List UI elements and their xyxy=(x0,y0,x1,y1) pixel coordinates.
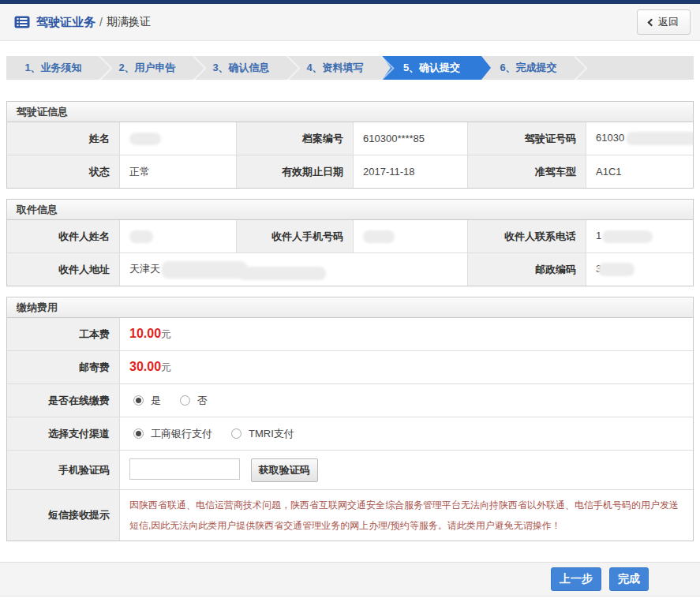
step-1: 1、业务须知 xyxy=(6,56,100,80)
form-list-icon xyxy=(14,16,30,28)
table-row: 收件人姓名 收件人手机号码 收件人联系电话 1 xyxy=(7,220,693,253)
table-row: 收件人地址 天津天 邮政编码 3 xyxy=(7,253,693,286)
chevron-left-icon xyxy=(648,18,656,26)
step-4: 4、资料填写 xyxy=(288,56,382,80)
online-payment-value: 是 否 xyxy=(120,384,694,417)
step-wizard: 1、业务须知 2、用户申告 3、确认信息 4、资料填写 5、确认提交 6、完成提… xyxy=(6,56,694,80)
vehicle-class-label: 准驾车型 xyxy=(468,155,586,189)
online-payment-label: 是否在线缴费 xyxy=(7,384,120,417)
section-license-info: 驾驶证信息 姓名 档案编号 610300****85 驾驶证号码 61030 状… xyxy=(6,101,694,189)
table-row: 是否在线缴费 是 否 xyxy=(7,384,693,417)
recipient-phone-label: 收件人联系电话 xyxy=(468,220,586,253)
channel-value: 工商银行支付 TMRI支付 xyxy=(120,417,694,451)
get-code-button[interactable]: 获取验证码 xyxy=(251,458,318,482)
redacted-recipient-address xyxy=(162,261,247,279)
recipient-address-label: 收件人地址 xyxy=(7,253,120,286)
step-5-active: 5、确认提交 xyxy=(382,56,481,80)
vehicle-class-value: A1C1 xyxy=(586,155,694,189)
status-value: 正常 xyxy=(120,155,237,189)
redacted-name xyxy=(129,133,161,145)
section-payment: 缴纳费用 工本费 10.00元 邮寄费 30.00元 是否在线缴费 是 否 选择… xyxy=(6,297,694,541)
section-title-pickup: 取件信息 xyxy=(7,200,693,220)
page-title: 驾驶证业务 xyxy=(36,15,95,30)
pickup-info-table: 收件人姓名 收件人手机号码 收件人联系电话 1 收件人地址 天津天 邮政编码 3 xyxy=(7,220,693,286)
radio-option-no[interactable]: 否 xyxy=(180,394,208,408)
finish-button[interactable]: 完成 xyxy=(609,567,649,591)
file-no-label: 档案编号 xyxy=(237,122,354,155)
radio-checked-icon[interactable] xyxy=(133,428,144,439)
step-bar-filler xyxy=(575,56,694,80)
table-row: 工本费 10.00元 xyxy=(7,318,693,351)
radio-option-tmri[interactable]: TMRI支付 xyxy=(231,427,294,441)
recipient-mobile-value xyxy=(354,220,468,253)
section-title-payment: 缴纳费用 xyxy=(7,297,693,318)
valid-until-value: 2017-11-18 xyxy=(354,155,468,189)
table-row: 短信接收提示 因陕西省联通、电信运营商技术问题，陕西省互联网交通安全综合服务管理… xyxy=(7,490,693,541)
redacted-license-no xyxy=(626,132,693,145)
redacted-recipient-name xyxy=(129,230,153,243)
redacted-postal-code xyxy=(598,263,634,276)
name-label: 姓名 xyxy=(7,122,120,155)
redacted-recipient-phone xyxy=(602,230,653,243)
back-button[interactable]: 返回 xyxy=(637,9,691,35)
license-no-label: 驾驶证号码 xyxy=(468,122,586,155)
mailing-fee-amount: 30.00 xyxy=(129,360,161,373)
sms-notice-value: 因陕西省联通、电信运营商技术问题，陕西省互联网交通安全综合服务管理平台无法向持陕… xyxy=(120,490,694,541)
license-info-table: 姓名 档案编号 610300****85 驾驶证号码 61030 状态 正常 有… xyxy=(7,122,693,188)
status-label: 状态 xyxy=(7,155,120,189)
table-row: 选择支付渠道 工商银行支付 TMRI支付 xyxy=(7,417,693,451)
breadcrumb-divider: / xyxy=(99,16,103,28)
production-fee-amount: 10.00 xyxy=(129,327,161,340)
postal-code-label: 邮政编码 xyxy=(468,253,586,286)
production-fee-value: 10.00元 xyxy=(120,318,694,351)
mailing-fee-label: 邮寄费 xyxy=(7,351,120,384)
step-3: 3、确认信息 xyxy=(194,56,288,80)
postal-code-value: 3 xyxy=(586,253,694,286)
production-fee-label: 工本费 xyxy=(7,318,120,351)
file-no-value: 610300****85 xyxy=(354,122,468,155)
redacted-recipient-mobile xyxy=(363,230,395,243)
production-fee-unit: 元 xyxy=(161,328,171,340)
sms-code-input[interactable] xyxy=(129,458,240,480)
radio-checked-icon[interactable] xyxy=(133,395,144,406)
footer-actions: 上一步 完成 xyxy=(0,562,700,597)
titlebar: 驾驶证业务 / 期满换证 返回 xyxy=(0,4,700,41)
step-6: 6、完成提交 xyxy=(481,56,575,80)
breadcrumb-current: 期满换证 xyxy=(107,15,151,29)
recipient-address-value: 天津天 xyxy=(120,253,468,286)
table-row: 邮寄费 30.00元 xyxy=(7,351,693,384)
name-value xyxy=(120,122,237,155)
recipient-mobile-label: 收件人手机号码 xyxy=(237,220,354,253)
mailing-fee-value: 30.00元 xyxy=(120,351,694,384)
previous-step-button[interactable]: 上一步 xyxy=(551,567,601,591)
recipient-name-value xyxy=(120,220,237,253)
valid-until-label: 有效期止日期 xyxy=(237,155,354,189)
radio-option-icbc[interactable]: 工商银行支付 xyxy=(133,427,212,441)
recipient-name-label: 收件人姓名 xyxy=(7,220,120,253)
sms-notice-text: 因陕西省联通、电信运营商技术问题，陕西省互联网交通安全综合服务管理平台无法向持陕… xyxy=(129,495,687,536)
table-row: 手机验证码 获取验证码 xyxy=(7,451,693,490)
redacted-recipient-address xyxy=(239,267,326,280)
sms-code-value: 获取验证码 xyxy=(120,451,694,490)
sms-notice-label: 短信接收提示 xyxy=(7,490,120,541)
table-row: 姓名 档案编号 610300****85 驾驶证号码 61030 xyxy=(7,122,693,155)
radio-unchecked-icon[interactable] xyxy=(180,395,190,406)
sms-code-label: 手机验证码 xyxy=(7,451,120,490)
recipient-phone-value: 1 xyxy=(586,220,694,253)
payment-table: 工本费 10.00元 邮寄费 30.00元 是否在线缴费 是 否 选择支付渠道 … xyxy=(7,318,693,541)
section-title-license: 驾驶证信息 xyxy=(7,102,693,122)
radio-unchecked-icon[interactable] xyxy=(231,428,241,439)
step-2: 2、用户申告 xyxy=(100,56,194,80)
mailing-fee-unit: 元 xyxy=(161,361,171,373)
channel-label: 选择支付渠道 xyxy=(7,417,120,451)
table-row: 状态 正常 有效期止日期 2017-11-18 准驾车型 A1C1 xyxy=(7,155,693,189)
license-no-value: 61030 xyxy=(586,122,694,155)
section-pickup-info: 取件信息 收件人姓名 收件人手机号码 收件人联系电话 1 收件人地址 天津天 邮… xyxy=(6,199,694,286)
radio-option-yes[interactable]: 是 xyxy=(133,394,161,408)
